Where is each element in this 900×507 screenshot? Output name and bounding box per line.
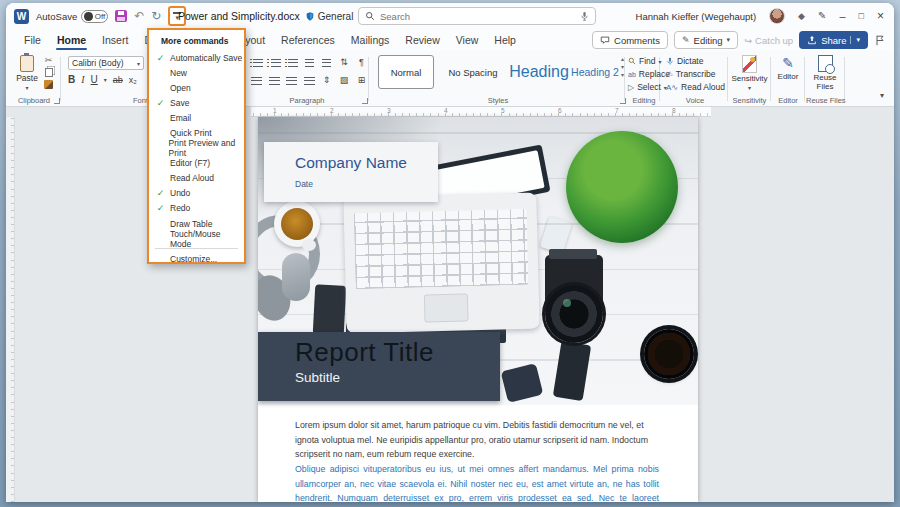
menu-item-undo[interactable]: ✓Undo (149, 186, 244, 201)
styles-scroll-up-icon[interactable]: ▴ (621, 55, 624, 62)
sensitivity-icon (742, 55, 757, 73)
check-icon: ✓ (155, 53, 166, 63)
styles-group: Normal No Spacing Heading Heading 2 ▴ ▾ … (370, 51, 626, 107)
styles-scroll-down-icon[interactable]: ▾ (621, 63, 624, 70)
share-button[interactable]: Share ▾ (799, 31, 868, 49)
editing-mode-button[interactable]: ✎ Editing ▾ (674, 31, 738, 49)
transcribe-button[interactable]: ✍ Transcribe (666, 69, 716, 79)
ribbon-pin-icon[interactable] (874, 34, 886, 47)
reuse-files-icon (818, 55, 833, 72)
align-left-button[interactable] (250, 74, 263, 86)
pen-mode-icon[interactable]: ✎ (818, 11, 826, 21)
collapse-ribbon-button[interactable]: ▾ (880, 91, 884, 100)
shading-button[interactable]: ▨ (338, 74, 351, 86)
select-button[interactable]: ▷ Select ▾ (628, 82, 667, 92)
font-name-combobox[interactable]: Calibri (Body) ▾ (68, 56, 144, 70)
save-icon[interactable] (115, 10, 127, 22)
horizontal-ruler[interactable]: 1 2 3 4 5 6 7 8 (251, 107, 711, 117)
menu-item-save[interactable]: ✓Save (149, 95, 244, 110)
numbering-button[interactable] (268, 56, 281, 68)
redo-icon[interactable]: ↻ (151, 10, 161, 22)
autosave-switch[interactable]: Off (81, 10, 108, 23)
comments-button[interactable]: Comments (592, 31, 668, 49)
tab-file[interactable]: File (16, 29, 49, 51)
tab-mailings[interactable]: Mailings (343, 29, 398, 51)
paragraph-dialog-launcher[interactable] (362, 98, 368, 104)
style-no-spacing[interactable]: No Spacing (442, 55, 504, 89)
desktop-frame: W AutoSave Off ↶ ↻ ▾ Power and Simplici (0, 0, 900, 507)
user-avatar[interactable] (769, 8, 785, 24)
cut-icon[interactable]: ✂ (45, 56, 53, 65)
copy-icon[interactable] (45, 68, 53, 77)
find-button[interactable]: Find ▾ (628, 56, 662, 66)
replace-icon: ab (628, 71, 636, 78)
italic-button[interactable]: I (81, 74, 84, 85)
paste-button[interactable]: Paste ▾ (12, 55, 42, 93)
increase-indent-button[interactable] (320, 56, 333, 68)
tab-help[interactable]: Help (486, 29, 524, 51)
show-formatting-marks-button[interactable]: ¶ (355, 56, 368, 68)
menu-item-read-aloud[interactable]: Read Aloud (149, 171, 244, 186)
body-paragraph-1[interactable]: Lorem ipsum dolor sit amet, harum patrio… (295, 418, 659, 462)
document-title[interactable]: Power and Simplicity.docx (178, 10, 300, 22)
minimize-button[interactable]: – (839, 11, 845, 22)
sort-button[interactable]: ⇅ (338, 56, 351, 68)
tab-insert[interactable]: Insert (94, 29, 136, 51)
style-heading2[interactable]: Heading 2 (570, 55, 620, 89)
microphone-icon[interactable] (580, 11, 589, 22)
sensitivity-badge[interactable]: General (305, 11, 354, 22)
tab-view[interactable]: View (448, 29, 487, 51)
company-name-block[interactable]: Company Name Date (264, 142, 438, 202)
sensitivity-button[interactable]: Sensitivity ▾ (729, 55, 770, 91)
menu-item-email[interactable]: Email (149, 110, 244, 125)
style-normal[interactable]: Normal (378, 55, 434, 89)
menu-item-customize[interactable]: Customize... (149, 251, 244, 267)
align-center-button[interactable] (268, 74, 281, 86)
format-painter-icon[interactable] (44, 80, 53, 89)
catch-up-button[interactable]: ↪ Catch up (744, 35, 793, 46)
tab-review[interactable]: Review (397, 29, 447, 51)
menu-item-automatically-save[interactable]: ✓Automatically Save (149, 50, 244, 65)
undo-icon[interactable]: ↶ (134, 10, 144, 22)
reuse-files-button[interactable]: Reuse Files (808, 55, 842, 91)
subscript-button[interactable]: x₂ (129, 75, 137, 85)
tab-references[interactable]: References (273, 29, 343, 51)
chevron-down-icon: ▾ (850, 36, 860, 44)
menu-item-redo[interactable]: ✓Redo (149, 201, 244, 216)
vertical-ruler[interactable] (6, 117, 15, 502)
style-heading[interactable]: Heading (508, 55, 570, 89)
decrease-indent-button[interactable] (303, 56, 316, 68)
search-input[interactable] (380, 11, 575, 22)
clipboard-dialog-launcher[interactable] (54, 98, 60, 104)
maximize-button[interactable]: □ (859, 12, 864, 21)
align-right-button[interactable] (285, 74, 298, 86)
editor-button[interactable]: ✎ Editor (772, 55, 804, 81)
read-aloud-button[interactable]: A∿ Read Aloud (666, 82, 725, 92)
strikethrough-button[interactable]: ab (113, 75, 123, 85)
document-page[interactable]: Company Name Date Report Title Subtitle … (258, 117, 698, 502)
autosave-toggle[interactable]: AutoSave Off (36, 10, 108, 23)
report-title-block[interactable]: Report Title Subtitle (258, 332, 500, 401)
borders-button[interactable]: ⊞ (355, 74, 368, 86)
search-bar[interactable] (358, 7, 596, 25)
tab-home[interactable]: Home (49, 29, 94, 51)
paragraph-group: ⇅ ¶ ⇕ ▨ ⊞ Paragraph (246, 51, 368, 107)
close-button[interactable]: × (877, 10, 884, 22)
gem-icon[interactable]: ◆ (798, 12, 805, 21)
justify-button[interactable] (303, 74, 316, 86)
user-name[interactable]: Hannah Kieffer (Wegehaupt) (636, 11, 757, 22)
dictate-button[interactable]: Dictate (666, 56, 703, 66)
bullets-button[interactable] (250, 56, 263, 68)
multilevel-list-button[interactable] (285, 56, 298, 68)
menu-item-touch-mouse-mode[interactable]: Touch/Mouse Mode (149, 231, 244, 246)
menu-item-new[interactable]: New (149, 65, 244, 80)
body-paragraph-2[interactable]: Oblique adipisci vituperatoribus eu ius,… (295, 462, 659, 502)
styles-gallery-more-icon[interactable]: ▾ (621, 71, 624, 78)
editor-icon: ✎ (782, 55, 794, 71)
menu-item-open[interactable]: Open (149, 80, 244, 95)
menu-item-print-preview[interactable]: Print Preview and Print (149, 141, 244, 156)
underline-button[interactable]: U (91, 74, 98, 85)
bold-button[interactable]: B (68, 74, 75, 85)
chevron-down-icon: ▾ (659, 58, 662, 65)
line-spacing-button[interactable]: ⇕ (320, 74, 333, 86)
